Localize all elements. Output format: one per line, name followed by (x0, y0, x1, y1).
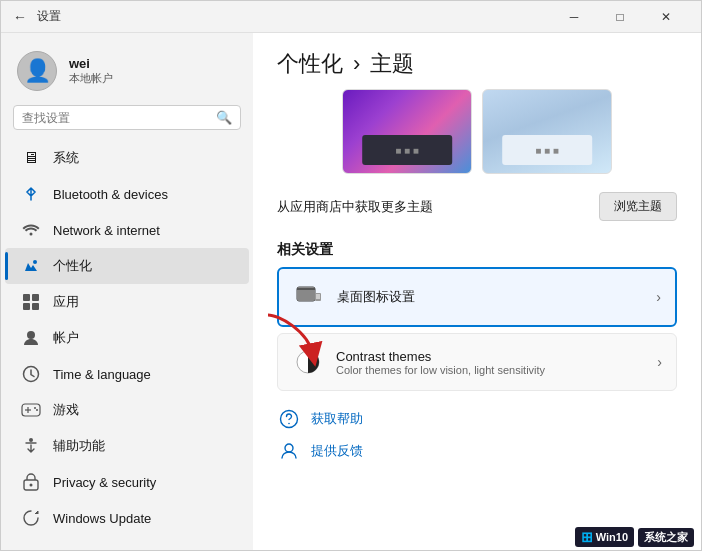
contrast-themes-setting-row[interactable]: Contrast themes Color themes for low vis… (277, 333, 677, 391)
desktop-icons-left: 桌面图标设置 (293, 281, 415, 313)
get-help-row[interactable]: 获取帮助 (277, 407, 677, 431)
svg-rect-5 (32, 303, 39, 310)
sidebar-item-label-network: Network & internet (53, 223, 160, 238)
time-icon (21, 364, 41, 384)
settings-window: ← 设置 ─ □ ✕ 👤 wei 本地帐户 🔍 (0, 0, 702, 551)
svg-rect-20 (316, 294, 320, 299)
desktop-icons-setting-row[interactable]: 桌面图标设置 › (277, 267, 677, 327)
bluetooth-icon (21, 184, 41, 204)
get-help-text[interactable]: 获取帮助 (311, 410, 363, 428)
svg-rect-4 (23, 303, 30, 310)
feedback-text[interactable]: 提供反馈 (311, 442, 363, 460)
sidebar-item-network[interactable]: Network & internet (5, 212, 249, 248)
sidebar-item-system[interactable]: 🖥 系统 (5, 140, 249, 176)
privacy-icon (21, 472, 41, 492)
svg-point-1 (33, 260, 37, 264)
sidebar-item-label-accessibility: 辅助功能 (53, 437, 105, 455)
contrast-themes-title: Contrast themes (336, 349, 545, 364)
themes-row: ■ ■ ■ ■ ■ ■ (253, 89, 701, 188)
sidebar-item-label-gaming: 游戏 (53, 401, 79, 419)
watermark-subtext: 系统之家 (638, 528, 694, 547)
breadcrumb-separator: › (353, 51, 360, 77)
gaming-icon (21, 400, 41, 420)
user-section[interactable]: 👤 wei 本地帐户 (1, 41, 253, 105)
sidebar-item-apps[interactable]: 应用 (5, 284, 249, 320)
theme-light-thumb[interactable]: ■ ■ ■ (482, 89, 612, 174)
feedback-icon (277, 439, 301, 463)
search-box[interactable]: 🔍 (13, 105, 241, 130)
titlebar-title: 设置 (37, 8, 61, 25)
search-input[interactable] (22, 111, 210, 125)
sidebar-item-windows-update[interactable]: Windows Update (5, 500, 249, 536)
feedback-row[interactable]: 提供反馈 (277, 439, 677, 463)
sidebar-item-label-windows-update: Windows Update (53, 511, 151, 526)
sidebar-item-label-privacy: Privacy & security (53, 475, 156, 490)
svg-rect-2 (23, 294, 30, 301)
maximize-button[interactable]: □ (597, 1, 643, 33)
svg-point-13 (29, 438, 33, 442)
watermark-site: 系统之家 (644, 530, 688, 545)
watermark-badge: ⊞ Win10 (575, 527, 634, 547)
get-themes-link: 从应用商店中获取更多主题 (277, 198, 433, 216)
apps-icon (21, 292, 41, 312)
theme-dark-thumb[interactable]: ■ ■ ■ (342, 89, 472, 174)
watermark-text: Win10 (596, 531, 628, 543)
sidebar-item-label-accounts: 帐户 (53, 329, 79, 347)
network-icon (21, 220, 41, 240)
get-themes-row: 从应用商店中获取更多主题 浏览主题 (253, 188, 701, 235)
user-type: 本地帐户 (69, 71, 113, 86)
main-content: 👤 wei 本地帐户 🔍 🖥 系统 Blue (1, 33, 701, 550)
sidebar-item-label-personalization: 个性化 (53, 257, 92, 275)
accounts-icon (21, 328, 41, 348)
desktop-icons-icon (293, 281, 325, 313)
related-settings-title: 相关设置 (277, 241, 677, 259)
windows-update-icon (21, 508, 41, 528)
back-icon[interactable]: ← (13, 9, 27, 25)
contrast-themes-chevron: › (657, 354, 662, 370)
accessibility-icon (21, 436, 41, 456)
system-icon: 🖥 (21, 148, 41, 168)
sidebar: 👤 wei 本地帐户 🔍 🖥 系统 Blue (1, 33, 253, 550)
svg-rect-18 (297, 288, 315, 290)
minimize-button[interactable]: ─ (551, 1, 597, 33)
sidebar-item-label-system: 系统 (53, 149, 79, 167)
sidebar-item-accounts[interactable]: 帐户 (5, 320, 249, 356)
contrast-themes-text: Contrast themes Color themes for low vis… (336, 349, 545, 376)
content-area: 个性化 › 主题 ■ ■ ■ ■ ■ ■ 从应用商店中获 (253, 33, 701, 550)
personalization-icon (21, 256, 41, 276)
search-icon: 🔍 (216, 110, 232, 125)
sidebar-item-label-apps: 应用 (53, 293, 79, 311)
svg-rect-3 (32, 294, 39, 301)
sidebar-item-time[interactable]: Time & language (5, 356, 249, 392)
svg-point-24 (285, 444, 293, 452)
sidebar-item-label-time: Time & language (53, 367, 151, 382)
sidebar-item-privacy[interactable]: Privacy & security (5, 464, 249, 500)
contrast-themes-subtitle: Color themes for low vision, light sensi… (336, 364, 545, 376)
light-theme-taskbar: ■ ■ ■ (535, 145, 559, 156)
get-help-icon (277, 407, 301, 431)
bottom-links: 获取帮助 提供反馈 (253, 397, 701, 473)
contrast-themes-icon (292, 346, 324, 378)
titlebar-left: ← 设置 (13, 8, 61, 25)
breadcrumb: 个性化 › 主题 (253, 33, 701, 89)
sidebar-item-personalization[interactable]: 个性化 (5, 248, 249, 284)
sidebar-item-gaming[interactable]: 游戏 (5, 392, 249, 428)
sidebar-item-accessibility[interactable]: 辅助功能 (5, 428, 249, 464)
contrast-themes-left: Contrast themes Color themes for low vis… (292, 346, 545, 378)
titlebar: ← 设置 ─ □ ✕ (1, 1, 701, 33)
desktop-icons-title: 桌面图标设置 (337, 288, 415, 306)
close-button[interactable]: ✕ (643, 1, 689, 33)
dark-theme-taskbar: ■ ■ ■ (395, 145, 419, 156)
sidebar-item-bluetooth[interactable]: Bluetooth & devices (5, 176, 249, 212)
win-logo: ⊞ (581, 529, 593, 545)
breadcrumb-current: 主题 (370, 49, 414, 79)
svg-point-0 (30, 233, 33, 236)
desktop-icons-text: 桌面图标设置 (337, 288, 415, 306)
related-settings-section: 相关设置 (253, 235, 701, 391)
svg-point-15 (30, 484, 33, 487)
desktop-icons-chevron: › (656, 289, 661, 305)
user-name: wei (69, 56, 113, 71)
browse-themes-button[interactable]: 浏览主题 (599, 192, 677, 221)
svg-point-23 (288, 423, 290, 425)
svg-point-11 (34, 407, 36, 409)
